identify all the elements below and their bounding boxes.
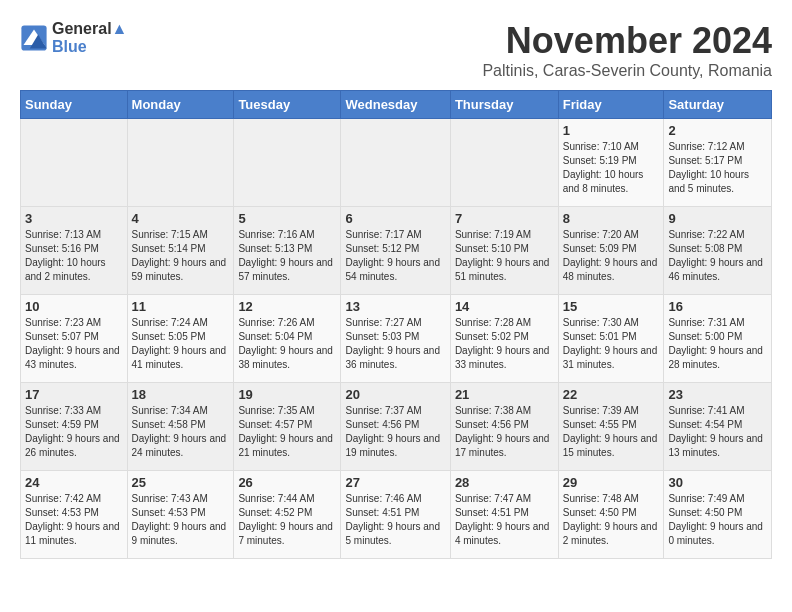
day-info: Sunrise: 7:39 AM Sunset: 4:55 PM Dayligh…	[563, 404, 660, 460]
calendar-cell: 19Sunrise: 7:35 AM Sunset: 4:57 PM Dayli…	[234, 383, 341, 471]
day-number: 10	[25, 299, 123, 314]
day-info: Sunrise: 7:24 AM Sunset: 5:05 PM Dayligh…	[132, 316, 230, 372]
day-number: 1	[563, 123, 660, 138]
day-number: 9	[668, 211, 767, 226]
calendar-cell: 10Sunrise: 7:23 AM Sunset: 5:07 PM Dayli…	[21, 295, 128, 383]
calendar-cell: 2Sunrise: 7:12 AM Sunset: 5:17 PM Daylig…	[664, 119, 772, 207]
day-number: 29	[563, 475, 660, 490]
calendar-cell: 15Sunrise: 7:30 AM Sunset: 5:01 PM Dayli…	[558, 295, 664, 383]
calendar-header: Sunday Monday Tuesday Wednesday Thursday…	[21, 91, 772, 119]
title-section: November 2024 Paltinis, Caras-Severin Co…	[482, 20, 772, 80]
day-info: Sunrise: 7:42 AM Sunset: 4:53 PM Dayligh…	[25, 492, 123, 548]
col-sunday: Sunday	[21, 91, 128, 119]
logo-icon	[20, 24, 48, 52]
logo-text: General▲ Blue	[52, 20, 127, 56]
day-info: Sunrise: 7:17 AM Sunset: 5:12 PM Dayligh…	[345, 228, 445, 284]
calendar-cell: 4Sunrise: 7:15 AM Sunset: 5:14 PM Daylig…	[127, 207, 234, 295]
day-number: 14	[455, 299, 554, 314]
day-info: Sunrise: 7:12 AM Sunset: 5:17 PM Dayligh…	[668, 140, 767, 196]
calendar-cell: 24Sunrise: 7:42 AM Sunset: 4:53 PM Dayli…	[21, 471, 128, 559]
day-info: Sunrise: 7:30 AM Sunset: 5:01 PM Dayligh…	[563, 316, 660, 372]
day-number: 2	[668, 123, 767, 138]
day-info: Sunrise: 7:19 AM Sunset: 5:10 PM Dayligh…	[455, 228, 554, 284]
calendar-cell: 21Sunrise: 7:38 AM Sunset: 4:56 PM Dayli…	[450, 383, 558, 471]
day-info: Sunrise: 7:35 AM Sunset: 4:57 PM Dayligh…	[238, 404, 336, 460]
calendar-cell: 28Sunrise: 7:47 AM Sunset: 4:51 PM Dayli…	[450, 471, 558, 559]
day-info: Sunrise: 7:41 AM Sunset: 4:54 PM Dayligh…	[668, 404, 767, 460]
col-saturday: Saturday	[664, 91, 772, 119]
calendar-cell: 25Sunrise: 7:43 AM Sunset: 4:53 PM Dayli…	[127, 471, 234, 559]
col-friday: Friday	[558, 91, 664, 119]
calendar-week-row: 3Sunrise: 7:13 AM Sunset: 5:16 PM Daylig…	[21, 207, 772, 295]
day-number: 3	[25, 211, 123, 226]
calendar-week-row: 1Sunrise: 7:10 AM Sunset: 5:19 PM Daylig…	[21, 119, 772, 207]
month-title: November 2024	[482, 20, 772, 62]
calendar-cell: 11Sunrise: 7:24 AM Sunset: 5:05 PM Dayli…	[127, 295, 234, 383]
header-row: Sunday Monday Tuesday Wednesday Thursday…	[21, 91, 772, 119]
day-info: Sunrise: 7:44 AM Sunset: 4:52 PM Dayligh…	[238, 492, 336, 548]
calendar-cell: 6Sunrise: 7:17 AM Sunset: 5:12 PM Daylig…	[341, 207, 450, 295]
day-info: Sunrise: 7:46 AM Sunset: 4:51 PM Dayligh…	[345, 492, 445, 548]
day-number: 17	[25, 387, 123, 402]
day-number: 23	[668, 387, 767, 402]
day-number: 13	[345, 299, 445, 314]
calendar-cell: 20Sunrise: 7:37 AM Sunset: 4:56 PM Dayli…	[341, 383, 450, 471]
calendar-cell: 13Sunrise: 7:27 AM Sunset: 5:03 PM Dayli…	[341, 295, 450, 383]
day-number: 25	[132, 475, 230, 490]
day-info: Sunrise: 7:20 AM Sunset: 5:09 PM Dayligh…	[563, 228, 660, 284]
calendar-cell: 3Sunrise: 7:13 AM Sunset: 5:16 PM Daylig…	[21, 207, 128, 295]
calendar-cell: 29Sunrise: 7:48 AM Sunset: 4:50 PM Dayli…	[558, 471, 664, 559]
day-number: 21	[455, 387, 554, 402]
day-number: 20	[345, 387, 445, 402]
col-thursday: Thursday	[450, 91, 558, 119]
day-number: 22	[563, 387, 660, 402]
day-number: 16	[668, 299, 767, 314]
calendar-week-row: 17Sunrise: 7:33 AM Sunset: 4:59 PM Dayli…	[21, 383, 772, 471]
logo: General▲ Blue	[20, 20, 127, 56]
calendar-cell: 22Sunrise: 7:39 AM Sunset: 4:55 PM Dayli…	[558, 383, 664, 471]
day-number: 15	[563, 299, 660, 314]
day-number: 18	[132, 387, 230, 402]
day-info: Sunrise: 7:34 AM Sunset: 4:58 PM Dayligh…	[132, 404, 230, 460]
calendar-cell: 30Sunrise: 7:49 AM Sunset: 4:50 PM Dayli…	[664, 471, 772, 559]
calendar-cell	[341, 119, 450, 207]
day-number: 5	[238, 211, 336, 226]
day-number: 7	[455, 211, 554, 226]
calendar-week-row: 10Sunrise: 7:23 AM Sunset: 5:07 PM Dayli…	[21, 295, 772, 383]
calendar-cell: 12Sunrise: 7:26 AM Sunset: 5:04 PM Dayli…	[234, 295, 341, 383]
calendar-cell: 14Sunrise: 7:28 AM Sunset: 5:02 PM Dayli…	[450, 295, 558, 383]
day-info: Sunrise: 7:43 AM Sunset: 4:53 PM Dayligh…	[132, 492, 230, 548]
calendar-cell: 26Sunrise: 7:44 AM Sunset: 4:52 PM Dayli…	[234, 471, 341, 559]
calendar-cell: 8Sunrise: 7:20 AM Sunset: 5:09 PM Daylig…	[558, 207, 664, 295]
day-info: Sunrise: 7:23 AM Sunset: 5:07 PM Dayligh…	[25, 316, 123, 372]
calendar-cell: 16Sunrise: 7:31 AM Sunset: 5:00 PM Dayli…	[664, 295, 772, 383]
calendar-cell: 5Sunrise: 7:16 AM Sunset: 5:13 PM Daylig…	[234, 207, 341, 295]
calendar-cell	[234, 119, 341, 207]
day-number: 19	[238, 387, 336, 402]
calendar-cell	[127, 119, 234, 207]
day-info: Sunrise: 7:26 AM Sunset: 5:04 PM Dayligh…	[238, 316, 336, 372]
day-info: Sunrise: 7:48 AM Sunset: 4:50 PM Dayligh…	[563, 492, 660, 548]
page-header: General▲ Blue November 2024 Paltinis, Ca…	[20, 20, 772, 80]
calendar-cell: 9Sunrise: 7:22 AM Sunset: 5:08 PM Daylig…	[664, 207, 772, 295]
calendar-cell: 7Sunrise: 7:19 AM Sunset: 5:10 PM Daylig…	[450, 207, 558, 295]
subtitle: Paltinis, Caras-Severin County, Romania	[482, 62, 772, 80]
calendar-cell: 18Sunrise: 7:34 AM Sunset: 4:58 PM Dayli…	[127, 383, 234, 471]
day-info: Sunrise: 7:38 AM Sunset: 4:56 PM Dayligh…	[455, 404, 554, 460]
day-number: 11	[132, 299, 230, 314]
calendar-body: 1Sunrise: 7:10 AM Sunset: 5:19 PM Daylig…	[21, 119, 772, 559]
calendar-cell: 17Sunrise: 7:33 AM Sunset: 4:59 PM Dayli…	[21, 383, 128, 471]
day-number: 4	[132, 211, 230, 226]
day-info: Sunrise: 7:22 AM Sunset: 5:08 PM Dayligh…	[668, 228, 767, 284]
day-info: Sunrise: 7:47 AM Sunset: 4:51 PM Dayligh…	[455, 492, 554, 548]
calendar-cell: 1Sunrise: 7:10 AM Sunset: 5:19 PM Daylig…	[558, 119, 664, 207]
col-monday: Monday	[127, 91, 234, 119]
day-info: Sunrise: 7:10 AM Sunset: 5:19 PM Dayligh…	[563, 140, 660, 196]
day-info: Sunrise: 7:28 AM Sunset: 5:02 PM Dayligh…	[455, 316, 554, 372]
day-number: 12	[238, 299, 336, 314]
calendar-table: Sunday Monday Tuesday Wednesday Thursday…	[20, 90, 772, 559]
calendar-cell	[21, 119, 128, 207]
calendar-week-row: 24Sunrise: 7:42 AM Sunset: 4:53 PM Dayli…	[21, 471, 772, 559]
day-number: 8	[563, 211, 660, 226]
day-info: Sunrise: 7:15 AM Sunset: 5:14 PM Dayligh…	[132, 228, 230, 284]
